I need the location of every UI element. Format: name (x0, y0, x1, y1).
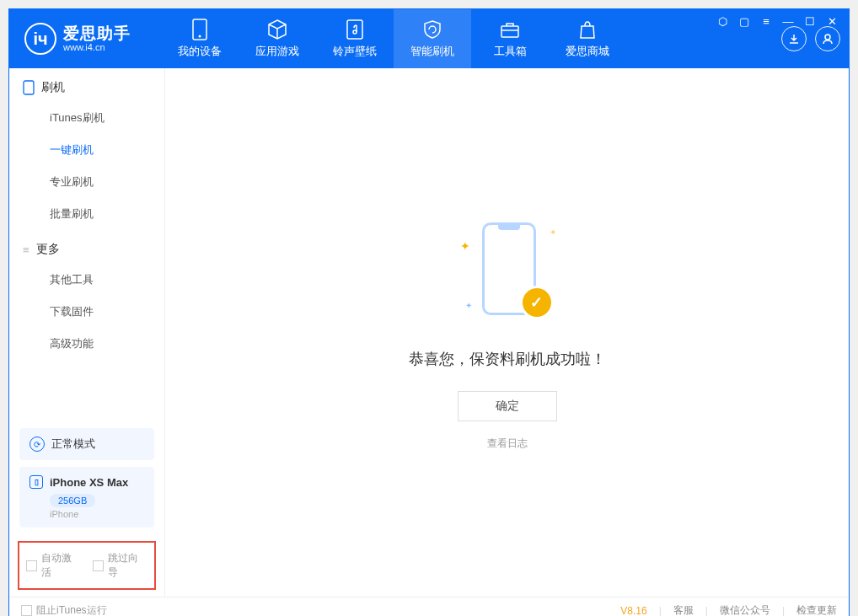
feedback-icon[interactable]: ▢ (737, 14, 751, 28)
sparkle-icon: ✦ (460, 239, 470, 253)
sidebar: 刷机 iTunes刷机 一键刷机 专业刷机 批量刷机 ≡ 更多 其他工具 下载固… (9, 68, 165, 597)
tab-store[interactable]: 爱思商城 (549, 9, 626, 68)
phone-small-icon (23, 80, 35, 95)
skin-icon[interactable]: ⬡ (716, 14, 729, 28)
success-illustration: ✦ ✦ ✦ ✓ (457, 214, 558, 332)
svg-point-1 (199, 35, 201, 38)
tab-apps[interactable]: 应用游戏 (239, 9, 316, 68)
sidebar-item-pro-flash[interactable]: 专业刷机 (9, 166, 164, 198)
checkbox-label: 阻止iTunes运行 (36, 603, 107, 616)
tab-label: 工具箱 (494, 44, 527, 59)
statusbar: 阻止iTunes运行 V8.16 | 客服 | 微信公众号 | 检查更新 (9, 597, 849, 616)
svg-point-3 (353, 30, 357, 34)
device-storage-badge: 256GB (50, 494, 95, 507)
checkbox-auto-activate[interactable]: 自动激活 (26, 551, 81, 580)
sidebar-item-batch-flash[interactable]: 批量刷机 (9, 198, 164, 230)
statusbar-link-support[interactable]: 客服 (673, 603, 694, 616)
download-button[interactable] (781, 26, 807, 51)
sidebar-section-flash: 刷机 (9, 68, 164, 102)
section-title: 更多 (36, 242, 60, 257)
mode-label: 正常模式 (51, 437, 95, 452)
tab-toolbox[interactable]: 工具箱 (471, 9, 549, 68)
toolbox-icon (499, 19, 521, 40)
logo-icon: iч (24, 23, 56, 55)
checkbox-icon (21, 605, 32, 616)
logo-area: iч 爱思助手 www.i4.cn (9, 9, 161, 68)
device-name: iPhone XS Max (50, 476, 128, 489)
app-subtitle: www.i4.cn (63, 42, 131, 52)
maximize-button[interactable]: ☐ (803, 14, 817, 28)
bag-icon (576, 19, 598, 40)
device-small-icon: ▯ (29, 475, 43, 489)
tab-label: 爱思商城 (566, 44, 609, 59)
sidebar-item-oneclick-flash[interactable]: 一键刷机 (9, 134, 164, 166)
checkbox-icon (93, 560, 104, 571)
nav-tabs: 我的设备 应用游戏 铃声壁纸 智能刷机 工具箱 爱思商城 (161, 9, 781, 68)
check-badge-icon: ✓ (523, 288, 551, 317)
svg-rect-4 (501, 26, 518, 37)
sidebar-section-more: ≡ 更多 (9, 230, 164, 264)
body: 刷机 iTunes刷机 一键刷机 专业刷机 批量刷机 ≡ 更多 其他工具 下载固… (9, 68, 849, 597)
main-content: ✦ ✦ ✦ ✓ 恭喜您，保资料刷机成功啦！ 确定 查看日志 (165, 68, 849, 597)
tab-label: 智能刷机 (410, 44, 454, 59)
cube-icon (266, 19, 288, 40)
app-window: ⬡ ▢ ≡ ― ☐ ✕ iч 爱思助手 www.i4.cn 我的设备 应用游戏 (8, 8, 850, 616)
checkbox-label: 跳过向导 (108, 551, 147, 580)
window-controls: ⬡ ▢ ≡ ― ☐ ✕ (716, 14, 839, 28)
checkbox-label: 自动激活 (41, 551, 81, 580)
success-message: 恭喜您，保资料刷机成功啦！ (409, 349, 606, 369)
mode-box[interactable]: ⟳ 正常模式 (19, 428, 154, 460)
sparkle-icon: ✦ (465, 301, 472, 310)
minimize-button[interactable]: ― (781, 14, 795, 28)
user-button[interactable] (815, 26, 840, 51)
svg-point-5 (825, 35, 830, 40)
app-title: 爱思助手 (63, 25, 131, 43)
statusbar-link-wechat[interactable]: 微信公众号 (720, 603, 770, 616)
list-icon: ≡ (23, 244, 29, 256)
menu-icon[interactable]: ≡ (759, 14, 773, 28)
ok-button[interactable]: 确定 (458, 391, 557, 421)
tab-label: 应用游戏 (255, 44, 299, 59)
svg-rect-6 (24, 81, 34, 94)
tab-label: 铃声壁纸 (333, 44, 377, 59)
checkbox-icon (26, 560, 37, 571)
device-icon (189, 19, 211, 40)
sidebar-item-other-tools[interactable]: 其他工具 (9, 264, 164, 296)
sparkle-icon: ✦ (550, 228, 556, 237)
tab-my-device[interactable]: 我的设备 (161, 9, 239, 68)
checkbox-skip-guide[interactable]: 跳过向导 (93, 551, 147, 580)
titlebar: ⬡ ▢ ≡ ― ☐ ✕ iч 爱思助手 www.i4.cn 我的设备 应用游戏 (9, 9, 849, 68)
sidebar-item-download-firmware[interactable]: 下载固件 (9, 296, 164, 328)
mode-icon: ⟳ (29, 437, 45, 452)
tab-label: 我的设备 (178, 44, 222, 59)
sidebar-item-itunes-flash[interactable]: iTunes刷机 (9, 102, 164, 134)
refresh-shield-icon (421, 19, 443, 40)
version-label: V8.16 (620, 605, 646, 617)
sidebar-item-advanced[interactable]: 高级功能 (9, 328, 164, 360)
view-log-link[interactable]: 查看日志 (487, 437, 528, 451)
device-box[interactable]: ▯ iPhone XS Max 256GB iPhone (19, 467, 154, 528)
logo-text: 爱思助手 www.i4.cn (63, 25, 131, 53)
music-icon (344, 19, 366, 40)
options-highlight-box: 自动激活 跳过向导 (18, 541, 156, 590)
section-title: 刷机 (41, 80, 65, 95)
statusbar-link-update[interactable]: 检查更新 (796, 603, 837, 616)
tab-ringtones[interactable]: 铃声壁纸 (316, 9, 394, 68)
svg-rect-2 (347, 20, 362, 39)
close-button[interactable]: ✕ (825, 14, 839, 28)
checkbox-block-itunes[interactable]: 阻止iTunes运行 (21, 603, 107, 616)
tab-flash[interactable]: 智能刷机 (394, 9, 471, 68)
device-type: iPhone (50, 509, 144, 519)
